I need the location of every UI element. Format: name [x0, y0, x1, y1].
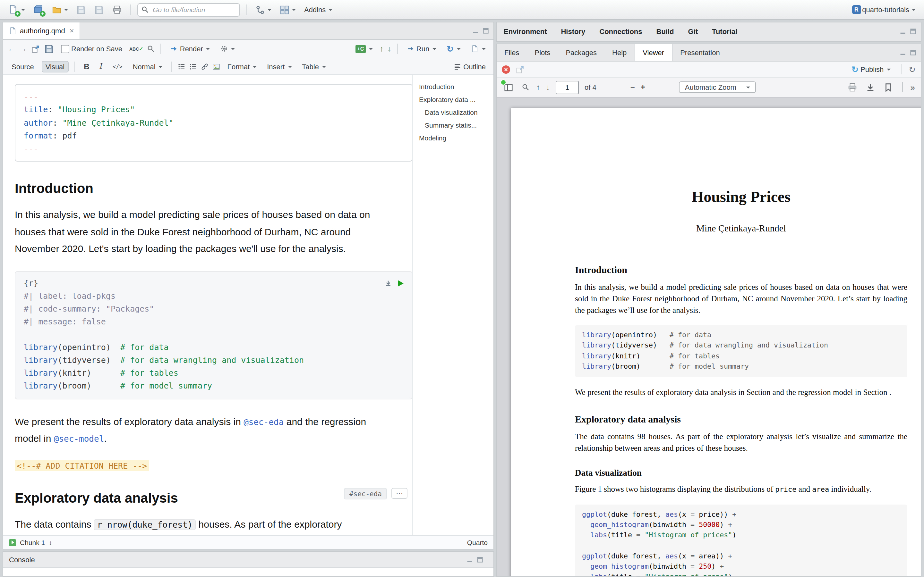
- version-control-button[interactable]: [254, 3, 273, 16]
- chunk-line[interactable]: library(openintro) # for data: [24, 341, 404, 354]
- render-button[interactable]: Render: [167, 44, 213, 54]
- pdf-print-button[interactable]: [846, 81, 859, 93]
- publish-button[interactable]: ↻ Publish: [848, 63, 894, 75]
- pdf-bookmark-button[interactable]: [882, 81, 895, 93]
- tab-git[interactable]: Git: [681, 23, 705, 40]
- maximize-pane-icon[interactable]: [476, 556, 484, 564]
- tab-help[interactable]: Help: [604, 44, 634, 61]
- heading-eda[interactable]: Exploratory data analysis: [15, 490, 344, 506]
- new-project-button[interactable]: +: [31, 3, 45, 16]
- yaml-line[interactable]: format: pdf: [24, 129, 404, 143]
- render-on-save-toggle[interactable]: Render on Save: [58, 43, 126, 54]
- chunk-status-label[interactable]: Chunk 1: [20, 538, 45, 546]
- yaml-front-matter[interactable]: --- title: "Housing Prices" author: "Min…: [15, 84, 412, 162]
- heading-introduction[interactable]: Introduction: [15, 181, 403, 197]
- print-button[interactable]: [110, 3, 124, 16]
- chunk-nav-icon[interactable]: ↕: [49, 539, 52, 546]
- minimize-pane-icon[interactable]: [472, 27, 479, 35]
- addins-menu-button[interactable]: Addins: [302, 5, 334, 15]
- tab-connections[interactable]: Connections: [592, 23, 649, 40]
- chunk-line[interactable]: library(tidyverse) # for data wrangling …: [24, 354, 404, 367]
- tab-authoring-qmd[interactable]: authoring.qmd ×: [3, 23, 81, 39]
- run-chunk-icon[interactable]: [398, 280, 404, 287]
- project-menu-button[interactable]: R quarto-tutorials: [850, 4, 918, 15]
- html-comment[interactable]: <!--# ADD CITATION HERE -->: [15, 460, 149, 471]
- outline-item-eda[interactable]: Exploratory data ...: [419, 95, 491, 103]
- refresh-viewer-icon[interactable]: ↻: [909, 64, 916, 74]
- run-button[interactable]: Run: [404, 44, 439, 54]
- render-on-save-checkbox[interactable]: [61, 45, 69, 53]
- tab-packages[interactable]: Packages: [558, 44, 604, 61]
- insert-chunk-button[interactable]: +C: [352, 43, 376, 54]
- bold-button[interactable]: B: [81, 61, 92, 72]
- save-button[interactable]: [74, 3, 88, 16]
- find-replace-icon[interactable]: [147, 45, 155, 53]
- visual-mode-button[interactable]: Visual: [42, 61, 69, 72]
- italic-button[interactable]: I: [97, 60, 105, 73]
- previous-chunk-icon[interactable]: ↑: [380, 44, 384, 53]
- tab-presentation[interactable]: Presentation: [672, 44, 728, 61]
- yaml-line[interactable]: author: "Mine Çetinkaya-Rundel": [24, 116, 404, 129]
- code-button[interactable]: </>: [110, 62, 126, 71]
- console-body[interactable]: [3, 568, 493, 576]
- yaml-line[interactable]: ---: [24, 142, 404, 155]
- code-chunk-load-pkgs[interactable]: {r} #| label: load-pkgs #| code-summary:…: [15, 271, 412, 400]
- tab-plots[interactable]: Plots: [527, 44, 558, 61]
- maximize-pane-icon[interactable]: [909, 27, 917, 35]
- chunk-line[interactable]: library(broom) # for model summary: [24, 380, 404, 392]
- outline-item-summary-statistics[interactable]: Summary statis...: [419, 121, 491, 129]
- next-chunk-icon[interactable]: ↓: [388, 44, 391, 53]
- pdf-find-button[interactable]: [520, 82, 531, 92]
- editor-content[interactable]: --- title: "Housing Prices" author: "Min…: [3, 75, 412, 535]
- section-more-button[interactable]: ⋯: [391, 488, 407, 499]
- paragraph-data[interactable]: The data contains r nrow(duke_forest) ho…: [15, 516, 378, 535]
- link-icon[interactable]: [201, 63, 209, 70]
- chunk-line[interactable]: #| code-summary: "Packages": [24, 303, 404, 316]
- tab-build[interactable]: Build: [649, 23, 681, 40]
- tab-files[interactable]: Files: [497, 44, 527, 61]
- chunk-line[interactable]: library(knitr) # for tables: [24, 367, 404, 380]
- panes-layout-button[interactable]: [278, 3, 298, 16]
- yaml-line[interactable]: title: "Housing Prices": [24, 103, 404, 117]
- zoom-out-icon[interactable]: −: [630, 83, 635, 92]
- numbered-list-icon[interactable]: [190, 63, 197, 70]
- console-header[interactable]: Console: [3, 552, 493, 568]
- spellcheck-icon[interactable]: ABC✓: [129, 46, 144, 52]
- outline-item-modeling[interactable]: Modeling: [419, 134, 491, 142]
- open-in-new-window-icon[interactable]: [31, 44, 40, 53]
- table-menu[interactable]: Table: [299, 61, 329, 71]
- paragraph-crossrefs[interactable]: We present the results of exploratory da…: [15, 414, 378, 447]
- paragraph-style-dropdown[interactable]: Normal: [129, 61, 166, 71]
- save-all-button[interactable]: [92, 3, 106, 16]
- chunk-line[interactable]: #| message: false: [24, 316, 404, 328]
- maximize-pane-icon[interactable]: [909, 49, 917, 56]
- pdf-next-page-icon[interactable]: ↓: [546, 83, 550, 92]
- render-options-button[interactable]: [217, 44, 238, 54]
- goto-file-input[interactable]: [152, 5, 236, 14]
- back-icon[interactable]: ←: [8, 44, 15, 53]
- pdf-viewport[interactable]: Housing Prices Mine Çetinkaya-Rundel Int…: [497, 97, 921, 576]
- forward-icon[interactable]: →: [19, 44, 27, 53]
- rerun-previous-button[interactable]: ↻: [443, 43, 464, 55]
- minimize-pane-icon[interactable]: [466, 556, 473, 564]
- tab-viewer[interactable]: Viewer: [634, 44, 672, 61]
- zoom-in-icon[interactable]: +: [641, 83, 645, 92]
- new-file-button[interactable]: +: [6, 3, 27, 16]
- outline-toggle-button[interactable]: Outline: [451, 61, 489, 71]
- minimize-pane-icon[interactable]: [899, 49, 907, 56]
- tab-history[interactable]: History: [554, 23, 592, 40]
- run-all-chunks-above-icon[interactable]: [384, 279, 392, 287]
- tab-environment[interactable]: Environment: [497, 23, 554, 40]
- chunk-line[interactable]: [24, 328, 404, 341]
- open-in-new-window-icon[interactable]: [515, 64, 525, 74]
- open-file-button[interactable]: [50, 3, 70, 16]
- bullet-list-icon[interactable]: [178, 63, 186, 70]
- outline-item-introduction[interactable]: Introduction: [419, 83, 491, 90]
- pdf-sidebar-toggle[interactable]: [502, 81, 515, 93]
- format-menu[interactable]: Format: [224, 61, 260, 71]
- outline-item-data-visualization[interactable]: Data visualization: [419, 108, 491, 116]
- pdf-download-button[interactable]: [864, 81, 877, 93]
- yaml-line[interactable]: ---: [24, 90, 404, 103]
- document-type-label[interactable]: Quarto: [467, 538, 488, 546]
- minimize-pane-icon[interactable]: [899, 27, 907, 35]
